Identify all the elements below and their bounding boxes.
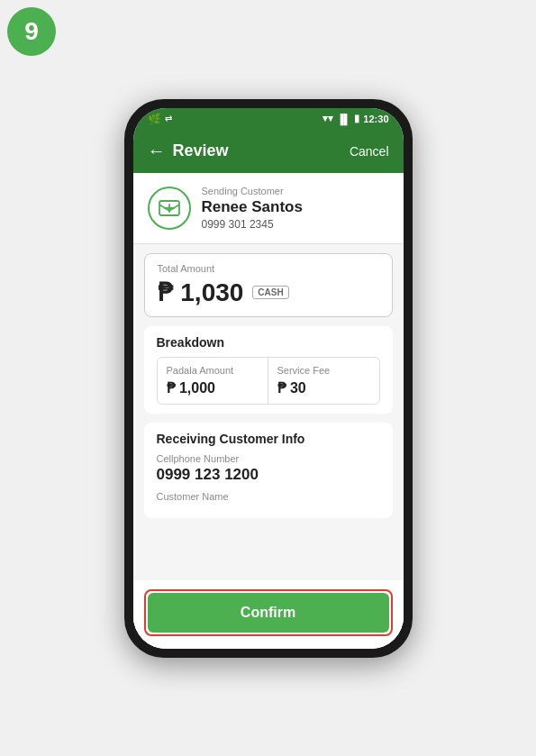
page-title: Review bbox=[173, 141, 229, 160]
content-area: Sending Customer Renee Santos 0999 301 2… bbox=[133, 173, 404, 649]
total-amount-box: Total Amount ₱ 1,030 CASH bbox=[144, 253, 393, 317]
total-label: Total Amount bbox=[158, 263, 379, 274]
total-amount-row: ₱ 1,030 CASH bbox=[158, 278, 379, 307]
sender-icon bbox=[148, 187, 191, 230]
sender-section: Sending Customer Renee Santos 0999 301 2… bbox=[133, 173, 404, 244]
breakdown-section: Breakdown Padala Amount ₱ 1,000 Service … bbox=[144, 326, 393, 414]
total-amount-value: ₱ 1,030 bbox=[158, 278, 244, 307]
padala-value: ₱ 1,000 bbox=[167, 379, 259, 396]
sender-info: Sending Customer Renee Santos 0999 301 2… bbox=[202, 186, 303, 231]
fee-label: Service Fee bbox=[277, 365, 370, 376]
breakdown-grid: Padala Amount ₱ 1,000 Service Fee ₱ 30 bbox=[157, 357, 380, 405]
status-icons: 🌿 ⇄ bbox=[148, 113, 172, 125]
status-bar: 🌿 ⇄ ▾▾ ▐▌ ▮ 12:30 bbox=[133, 108, 404, 130]
receiving-title: Receiving Customer Info bbox=[157, 432, 380, 446]
customer-name-label: Customer Name bbox=[157, 491, 380, 502]
cellphone-value: 0999 123 1200 bbox=[157, 466, 380, 484]
confirm-button-wrapper: Confirm bbox=[144, 589, 393, 636]
customer-name-group: Customer Name bbox=[157, 491, 380, 502]
time-display: 12:30 bbox=[363, 114, 388, 124]
fee-cell: Service Fee ₱ 30 bbox=[268, 358, 379, 404]
signal-arrows-icon: ⇄ bbox=[165, 114, 172, 123]
cellphone-label: Cellphone Number bbox=[157, 453, 380, 464]
status-right: ▾▾ ▐▌ ▮ 12:30 bbox=[323, 113, 389, 124]
sender-name: Renee Santos bbox=[202, 198, 303, 216]
wifi-icon: ▾▾ bbox=[323, 113, 333, 124]
sender-label: Sending Customer bbox=[202, 186, 303, 196]
battery-icon: ▮ bbox=[354, 113, 359, 124]
padala-cell: Padala Amount ₱ 1,000 bbox=[158, 358, 268, 404]
top-bar: ← Review Cancel bbox=[133, 130, 404, 173]
breakdown-title: Breakdown bbox=[157, 335, 380, 350]
sender-phone: 0999 301 2345 bbox=[202, 218, 303, 231]
page-wrapper: 9 🌿 ⇄ ▾▾ ▐▌ ▮ 12:30 ← bbox=[0, 0, 536, 756]
top-bar-left: ← Review bbox=[148, 141, 229, 161]
receiving-section: Receiving Customer Info Cellphone Number… bbox=[144, 423, 393, 518]
back-icon[interactable]: ← bbox=[148, 141, 166, 161]
bottom-area: Confirm bbox=[133, 580, 404, 649]
confirm-button[interactable]: Confirm bbox=[148, 593, 389, 633]
cash-badge: CASH bbox=[252, 286, 288, 299]
step-badge: 9 bbox=[7, 7, 56, 56]
fee-value: ₱ 30 bbox=[277, 379, 370, 396]
phone-outer: 🌿 ⇄ ▾▾ ▐▌ ▮ 12:30 ← Review Cancel bbox=[124, 99, 413, 658]
signal-icon: ▐▌ bbox=[337, 114, 351, 124]
padala-label: Padala Amount bbox=[167, 365, 259, 376]
cellphone-group: Cellphone Number 0999 123 1200 bbox=[157, 453, 380, 484]
leaf-icon: 🌿 bbox=[148, 113, 161, 125]
cancel-button[interactable]: Cancel bbox=[350, 144, 389, 159]
phone-inner: 🌿 ⇄ ▾▾ ▐▌ ▮ 12:30 ← Review Cancel bbox=[133, 108, 404, 649]
